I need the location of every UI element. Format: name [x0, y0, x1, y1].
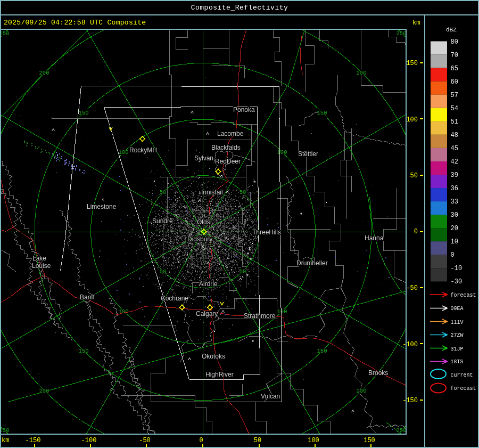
- svg-text:Stettler: Stettler: [298, 150, 318, 158]
- svg-text:-10: -10: [451, 265, 463, 272]
- svg-text:-50: -50: [139, 437, 151, 444]
- svg-text:Sylvan: Sylvan: [194, 154, 213, 162]
- svg-text:50: 50: [160, 189, 167, 196]
- svg-text:30: 30: [451, 211, 458, 219]
- svg-text:dBZ: dBZ: [446, 27, 457, 33]
- svg-text:Limestone: Limestone: [87, 203, 117, 210]
- svg-text:45: 45: [451, 145, 458, 152]
- svg-text:100: 100: [119, 149, 129, 156]
- svg-text:33: 33: [451, 198, 458, 206]
- svg-text:100: 100: [406, 116, 418, 124]
- svg-text:Calgary: Calgary: [196, 310, 218, 317]
- svg-text:31JP: 31JP: [451, 346, 464, 352]
- svg-text:200: 200: [357, 70, 367, 76]
- svg-text:10: 10: [451, 238, 458, 246]
- svg-text:48: 48: [451, 132, 458, 139]
- svg-text:km: km: [412, 19, 420, 27]
- svg-text:0: 0: [414, 228, 418, 235]
- svg-text:42: 42: [451, 158, 458, 166]
- svg-text:Strathmore: Strathmore: [244, 312, 276, 320]
- svg-text:Okotoks: Okotoks: [202, 353, 225, 360]
- svg-text:current: current: [451, 372, 473, 378]
- svg-text:Composite_Reflectivity: Composite_Reflectivity: [191, 4, 288, 12]
- svg-text:forecast: forecast: [451, 292, 476, 298]
- svg-text:Blackfalds: Blackfalds: [211, 144, 241, 151]
- svg-text:Olds: Olds: [197, 218, 210, 226]
- svg-text:Hanna: Hanna: [365, 234, 384, 242]
- svg-text:-150: -150: [402, 397, 418, 404]
- svg-text:Brooks: Brooks: [368, 369, 388, 377]
- svg-text:250: 250: [0, 427, 9, 434]
- svg-text:Cochrane: Cochrane: [161, 295, 188, 302]
- svg-text:60: 60: [451, 78, 458, 86]
- svg-text:200: 200: [39, 70, 49, 76]
- svg-text:100: 100: [277, 308, 287, 315]
- svg-text:Louise: Louise: [32, 262, 51, 270]
- svg-text:Vulcan: Vulcan: [261, 393, 280, 400]
- svg-text:*: *: [253, 180, 257, 186]
- svg-text:200: 200: [39, 388, 49, 394]
- svg-text:Didsbury: Didsbury: [187, 235, 212, 243]
- svg-text:-100: -100: [402, 341, 418, 348]
- svg-text:250: 250: [0, 30, 9, 37]
- svg-text:Ponoka: Ponoka: [233, 106, 255, 113]
- svg-text:Innisfail: Innisfail: [201, 189, 223, 196]
- svg-text:18TS: 18TS: [451, 359, 464, 365]
- svg-text:150: 150: [317, 110, 327, 116]
- svg-text:50: 50: [240, 268, 246, 275]
- svg-text:Sundre: Sundre: [152, 217, 173, 225]
- svg-text:-30: -30: [451, 278, 463, 286]
- svg-text:20: 20: [451, 225, 458, 232]
- svg-text:100: 100: [277, 149, 287, 156]
- svg-text:36: 36: [451, 185, 458, 192]
- svg-text:50: 50: [410, 172, 418, 180]
- svg-text:250: 250: [397, 30, 407, 37]
- svg-text:70: 70: [451, 52, 458, 59]
- svg-text:forecast: forecast: [451, 386, 476, 392]
- svg-text:57: 57: [451, 92, 458, 99]
- svg-text:80: 80: [451, 38, 458, 46]
- svg-text:200: 200: [357, 388, 367, 394]
- svg-text:150: 150: [79, 348, 89, 354]
- svg-text:50: 50: [240, 189, 246, 196]
- svg-text:150: 150: [406, 60, 418, 67]
- svg-text:65: 65: [451, 65, 458, 72]
- svg-text:50: 50: [254, 437, 261, 444]
- svg-text:-50: -50: [406, 284, 418, 292]
- svg-text:ThreeHills: ThreeHills: [252, 229, 281, 236]
- svg-text:111V: 111V: [451, 320, 464, 325]
- svg-text:51: 51: [451, 118, 458, 126]
- svg-text:150: 150: [317, 348, 327, 354]
- svg-text:-150: -150: [26, 437, 41, 444]
- svg-text:2025/09/25 04:22:58 UTC Compos: 2025/09/25 04:22:58 UTC Composite: [4, 19, 146, 27]
- svg-text:100: 100: [308, 437, 319, 444]
- svg-text:150: 150: [364, 437, 375, 444]
- svg-text:RockyMH: RockyMH: [129, 146, 157, 154]
- svg-text:150: 150: [79, 110, 89, 116]
- svg-text:09EA: 09EA: [451, 306, 464, 312]
- svg-text:27ZW: 27ZW: [451, 332, 464, 338]
- svg-text:-100: -100: [81, 437, 97, 444]
- svg-text:39: 39: [451, 172, 458, 179]
- svg-text:Airdrie: Airdrie: [199, 280, 218, 288]
- svg-text:54: 54: [451, 105, 458, 112]
- svg-text:HighRiver: HighRiver: [205, 371, 234, 378]
- svg-text:Drumheller: Drumheller: [296, 259, 328, 267]
- svg-text:Banff: Banff: [80, 294, 95, 301]
- svg-text:km: km: [2, 437, 9, 444]
- svg-text:0: 0: [451, 251, 455, 259]
- svg-text:50: 50: [160, 268, 167, 275]
- svg-text:Lake: Lake: [32, 255, 46, 262]
- svg-text:250: 250: [397, 427, 407, 434]
- svg-text:Lacombe: Lacombe: [217, 130, 244, 137]
- svg-text:RedDeer: RedDeer: [215, 158, 241, 165]
- svg-text:0: 0: [199, 437, 203, 444]
